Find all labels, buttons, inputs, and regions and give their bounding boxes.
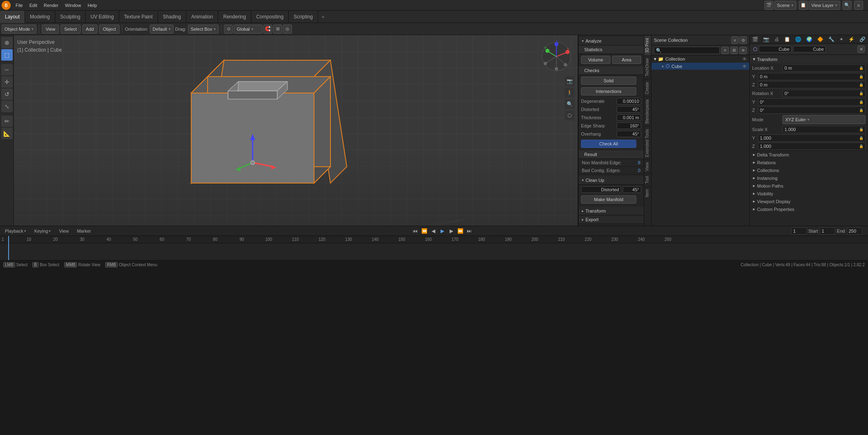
timeline-ruler-area[interactable]: 1 10 20 30 40 50 60 70 80 90 100 110 120…	[0, 236, 868, 260]
side-label-tool[interactable]: Tool	[644, 173, 651, 186]
obj-name-field[interactable]: Cube	[759, 46, 791, 52]
menu-help[interactable]: Help	[84, 1, 100, 10]
jump-start-btn[interactable]: ⏮	[411, 227, 419, 235]
menu-file[interactable]: File	[12, 1, 26, 10]
scale-x-lock-icon[interactable]: 🔒	[859, 127, 863, 131]
prop-tab-scene[interactable]: 🎬	[750, 35, 761, 43]
loc-z-lock-icon[interactable]: 🔒	[859, 83, 863, 87]
obj-props-close-btn[interactable]: ✕	[857, 45, 865, 53]
prop-tab-scene2[interactable]: 🌐	[793, 35, 804, 43]
rotate-tool[interactable]: ↺	[1, 88, 13, 100]
outliner-settings-btn[interactable]: ⚙	[739, 36, 747, 44]
export-section-header[interactable]: ▸ Export	[579, 215, 644, 224]
cursor-tool[interactable]: ⊕	[1, 37, 13, 48]
rotation-mode-dropdown[interactable]: XYZ Euler ▾	[782, 115, 866, 124]
relations-section[interactable]: ▸ Relations	[750, 159, 868, 166]
add-tab-button[interactable]: +	[318, 12, 328, 22]
filter-icon[interactable]: ≡	[854, 1, 863, 10]
obj-data-field[interactable]: Cube	[793, 46, 826, 52]
transform-section-header[interactable]: ▾ Transform	[750, 55, 868, 63]
volume-btn[interactable]: Volume	[581, 56, 610, 64]
view-timeline-btn[interactable]: View	[57, 228, 71, 234]
clean-up-section-header[interactable]: ▾ Clean Up	[579, 176, 644, 185]
cube-3d[interactable]	[158, 52, 388, 226]
outliner-cube-row[interactable]: ▸ ⬡ Cube 👁	[651, 63, 749, 70]
add-menu-btn[interactable]: Add	[82, 25, 98, 34]
tab-sculpting[interactable]: Sculpting	[55, 11, 86, 23]
prop-tab-modifier[interactable]: 🔧	[826, 35, 837, 43]
visibility-section[interactable]: ▸ Visibility	[750, 190, 868, 197]
object-mode-dropdown[interactable]: Object Mode ▾	[2, 25, 36, 34]
instancing-section[interactable]: ▸ Instancing	[750, 174, 868, 182]
clean-distorted-angle[interactable]: 45°	[623, 186, 641, 193]
transform-tool[interactable]: ↔	[1, 64, 13, 75]
outliner-collection-row[interactable]: ▾ 📁 Collection 👁	[651, 55, 749, 63]
prop-tab-output[interactable]: 🖨	[772, 35, 782, 43]
next-frame-btn[interactable]: ⏩	[456, 227, 464, 235]
end-frame-field[interactable]: 250	[847, 227, 862, 235]
view-layer-selector[interactable]: View Layer▾	[809, 1, 840, 10]
prev-keyframe-btn[interactable]: ◀	[429, 227, 437, 235]
move-tool[interactable]: ✛	[1, 76, 13, 88]
start-frame-field[interactable]: 1	[820, 227, 835, 235]
side-label-techdraw[interactable]: TechDraw	[644, 55, 651, 79]
search-icon[interactable]: 🔍	[843, 1, 852, 10]
scale-x-field[interactable]: 1.000 🔒	[782, 126, 866, 133]
edge-sharp-value[interactable]: 160°	[617, 122, 641, 129]
rotation-x-field[interactable]: 0° 🔒	[782, 90, 866, 97]
check-all-btn[interactable]: Check All	[581, 140, 636, 148]
prop-tab-constraints[interactable]: 🔗	[857, 35, 868, 43]
collections-section[interactable]: ▸ Collections	[750, 166, 868, 174]
viewport-display-section[interactable]: ▸ Viewport Display	[750, 197, 868, 205]
blender-logo[interactable]: B	[2, 1, 11, 10]
play-btn[interactable]: ▶	[438, 227, 446, 235]
annotate-tool[interactable]: ✏	[1, 116, 13, 127]
orientation-dropdown[interactable]: Default ▾	[150, 25, 174, 34]
camera-view-icon[interactable]: 📷	[565, 76, 574, 86]
delta-transform-section[interactable]: ▸ Delta Transform	[750, 151, 868, 159]
select-menu-btn[interactable]: Select	[61, 25, 81, 34]
tab-uv-editing[interactable]: UV Editing	[86, 11, 119, 23]
location-x-field[interactable]: 0 m 🔒	[782, 64, 866, 72]
overhang-value[interactable]: 45°	[617, 131, 641, 137]
prop-tab-physics[interactable]: ⚡	[846, 35, 857, 43]
measure-tool[interactable]: 📐	[1, 128, 13, 139]
marker-btn[interactable]: Marker	[75, 228, 93, 234]
tab-compositing[interactable]: Compositing	[251, 11, 289, 23]
timeline-track-area[interactable]	[0, 243, 868, 260]
outliner-filter-btn[interactable]: ≡	[731, 36, 739, 44]
tab-texture-paint[interactable]: Texture Paint	[119, 11, 158, 23]
rotation-y-field[interactable]: 0° 🔒	[758, 98, 866, 106]
side-label-view[interactable]: View	[644, 159, 651, 174]
prop-tab-render[interactable]: 📷	[761, 35, 772, 43]
side-label-item[interactable]: Item	[644, 186, 651, 199]
zoom-icon[interactable]: 🔍	[565, 99, 574, 109]
scale-z-lock-icon[interactable]: 🔒	[859, 144, 863, 148]
thickness-value[interactable]: 0.001 m	[617, 114, 641, 121]
tab-scripting[interactable]: Scripting	[289, 11, 318, 23]
area-btn[interactable]: Area	[612, 56, 642, 64]
cube-visibility-icon[interactable]: 👁	[742, 64, 747, 69]
scale-y-lock-icon[interactable]: 🔒	[859, 136, 863, 140]
tab-modeling[interactable]: Modeling	[25, 11, 55, 23]
side-label-blenderpasta[interactable]: Blenderpasta	[644, 97, 651, 126]
intersections-btn[interactable]: Intersections	[581, 87, 636, 95]
viewport[interactable]: User Perspective (1) Collection | Cube X…	[14, 35, 578, 226]
scale-y-field[interactable]: 1.000 🔒	[758, 134, 866, 142]
select-tool[interactable]: ⬚	[1, 49, 13, 61]
prop-tab-world[interactable]: 🌍	[804, 35, 815, 43]
rot-z-lock-icon[interactable]: 🔒	[859, 108, 863, 112]
loc-x-lock-icon[interactable]: 🔒	[859, 66, 863, 70]
proportional-icon[interactable]: ⊙	[224, 25, 233, 34]
transform-pivot-icon[interactable]: ◎	[283, 25, 292, 34]
outliner-sort-btn[interactable]: ≡	[721, 47, 729, 54]
transform-section-header[interactable]: ▸ Transform	[579, 207, 644, 215]
rot-y-lock-icon[interactable]: 🔒	[859, 100, 863, 104]
location-y-field[interactable]: 0 m 🔒	[758, 73, 866, 80]
scale-z-field[interactable]: 1.000 🔒	[758, 143, 866, 150]
rot-x-lock-icon[interactable]: 🔒	[859, 91, 863, 95]
view-menu-btn[interactable]: View	[42, 25, 59, 34]
scene-selector[interactable]: Scene▾	[774, 1, 796, 10]
snap-options-icon[interactable]: ⊞	[273, 25, 282, 34]
rotation-z-field[interactable]: 0° 🔒	[758, 106, 866, 114]
